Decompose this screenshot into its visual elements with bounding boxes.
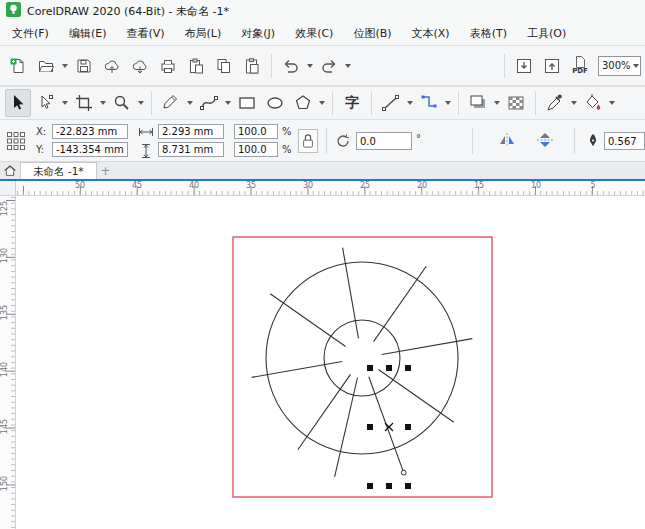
zoom-dropdown-caret[interactable] xyxy=(633,64,639,68)
interactive-fill-tool-button[interactable] xyxy=(580,89,606,117)
separator xyxy=(535,91,536,115)
object-width-icon xyxy=(138,127,154,137)
ruler-label: 30 xyxy=(303,181,313,190)
mirror-vertical-button[interactable] xyxy=(534,131,556,149)
crop-tool-flyout-caret[interactable] xyxy=(100,101,106,105)
menu-item-text[interactable]: 文本(X) xyxy=(402,23,460,44)
object-height-icon xyxy=(141,143,151,159)
new-document-button[interactable] xyxy=(5,52,31,80)
new-tab-button[interactable]: + xyxy=(97,162,115,179)
new-document-icon xyxy=(9,57,27,75)
separator xyxy=(458,91,459,115)
rectangle-tool-button[interactable] xyxy=(234,89,260,117)
undo-button[interactable] xyxy=(278,52,304,80)
print-button[interactable] xyxy=(155,52,181,80)
rotation-angle-input[interactable] xyxy=(356,132,412,150)
scale-vertical-input[interactable] xyxy=(234,142,278,157)
mirror-horizontal-button[interactable] xyxy=(496,131,518,149)
menu-item-tools[interactable]: 工具(O) xyxy=(517,23,576,44)
pink-rectangle-object[interactable] xyxy=(233,237,492,497)
pick-tool-button[interactable] xyxy=(5,89,31,117)
bezier-tool-button[interactable] xyxy=(196,89,222,117)
menu-bar: 文件(F) 编辑(E) 查看(V) 布局(L) 对象(J) 效果(C) 位图(B… xyxy=(0,22,645,45)
separator xyxy=(151,91,152,115)
ellipse-tool-button[interactable] xyxy=(262,89,288,117)
undo-dropdown-caret[interactable] xyxy=(307,64,313,68)
scale-horizontal-input[interactable] xyxy=(234,124,278,139)
connector-tool-button[interactable] xyxy=(416,89,442,117)
menu-item-object[interactable]: 对象(J) xyxy=(231,23,285,44)
cloud-download-button[interactable] xyxy=(127,52,153,80)
curve-node[interactable] xyxy=(401,470,406,475)
shape-tool-button[interactable] xyxy=(33,89,59,117)
menu-item-view[interactable]: 查看(V) xyxy=(116,23,174,44)
polygon-tool-button[interactable] xyxy=(290,89,316,117)
copy-icon xyxy=(215,57,233,75)
paste-button[interactable] xyxy=(239,52,265,80)
zoom-tool-button[interactable] xyxy=(109,89,135,117)
zoom-tool-flyout-caret[interactable] xyxy=(138,101,144,105)
menu-item-bitmaps[interactable]: 位图(B) xyxy=(343,23,401,44)
object-width-input[interactable] xyxy=(158,124,224,139)
text-tool-icon: 字 xyxy=(345,94,359,112)
freehand-tool-button[interactable] xyxy=(158,89,184,117)
horizontal-ruler[interactable]: 50 45 40 35 30 25 20 15 10 5 xyxy=(16,181,645,196)
menu-item-table[interactable]: 表格(T) xyxy=(460,23,517,44)
drawing-canvas[interactable] xyxy=(16,196,645,529)
menu-item-edit[interactable]: 编辑(E) xyxy=(59,23,117,44)
drop-shadow-tool-button[interactable] xyxy=(465,89,491,117)
lock-ratio-button[interactable] xyxy=(298,129,318,153)
vertical-ruler[interactable]: 125 130 135 140 145 150 xyxy=(0,196,16,529)
text-tool-button[interactable]: 字 xyxy=(339,89,365,117)
save-button[interactable] xyxy=(71,52,97,80)
welcome-home-button[interactable] xyxy=(0,162,20,179)
open-dropdown-caret[interactable] xyxy=(62,64,68,68)
object-height-input[interactable] xyxy=(158,142,224,157)
redo-dropdown-caret[interactable] xyxy=(345,64,351,68)
paste-special-button[interactable] xyxy=(183,52,209,80)
transparency-icon xyxy=(506,93,526,113)
polygon-icon xyxy=(293,93,313,113)
cloud-upload-button[interactable] xyxy=(99,52,125,80)
polygon-tool-flyout-caret[interactable] xyxy=(319,101,325,105)
eyedropper-flyout-caret[interactable] xyxy=(571,101,577,105)
crop-tool-button[interactable] xyxy=(71,89,97,117)
document-page-svg[interactable] xyxy=(16,196,645,529)
open-button[interactable] xyxy=(33,52,59,80)
lock-icon xyxy=(301,132,315,150)
export-button[interactable] xyxy=(539,52,565,80)
bezier-tool-flyout-caret[interactable] xyxy=(225,101,231,105)
import-button[interactable] xyxy=(511,52,537,80)
ruler-label: 140 xyxy=(0,362,9,378)
shadow-tool-flyout-caret[interactable] xyxy=(494,101,500,105)
pdf-icon: PDF xyxy=(572,56,588,75)
ruler-label: 20 xyxy=(417,181,427,190)
publish-to-pdf-button[interactable]: PDF xyxy=(567,52,593,80)
outline-width-input[interactable] xyxy=(604,132,645,150)
redo-button[interactable] xyxy=(316,52,342,80)
y-position-input[interactable] xyxy=(52,142,128,157)
export-icon xyxy=(543,57,561,75)
copy-button[interactable] xyxy=(211,52,237,80)
rotation-icon xyxy=(334,132,352,150)
shape-tool-icon xyxy=(36,93,56,113)
line-tool-flyout-caret[interactable] xyxy=(407,101,413,105)
ruler-origin-corner[interactable] xyxy=(0,181,16,196)
fill-tool-flyout-caret[interactable] xyxy=(609,101,615,105)
transparency-tool-button[interactable] xyxy=(503,89,529,117)
two-point-line-tool-button[interactable] xyxy=(378,89,404,117)
shape-tool-flyout-caret[interactable] xyxy=(62,101,68,105)
x-position-input[interactable] xyxy=(52,124,128,139)
connector-tool-flyout-caret[interactable] xyxy=(445,101,451,105)
freehand-tool-flyout-caret[interactable] xyxy=(187,101,193,105)
degree-label: ° xyxy=(416,133,421,144)
save-icon xyxy=(75,57,93,75)
menu-item-layout[interactable]: 布局(L) xyxy=(175,23,232,44)
menu-item-effects[interactable]: 效果(C) xyxy=(285,23,343,44)
menu-item-file[interactable]: 文件(F) xyxy=(2,23,59,44)
zoom-level-combobox[interactable]: 300% xyxy=(598,56,641,76)
ruler-label: 10 xyxy=(531,181,541,190)
eyedropper-tool-button[interactable] xyxy=(542,89,568,117)
document-tab-active[interactable]: 未命名 -1* xyxy=(20,162,97,179)
object-origin-button[interactable] xyxy=(6,131,26,151)
